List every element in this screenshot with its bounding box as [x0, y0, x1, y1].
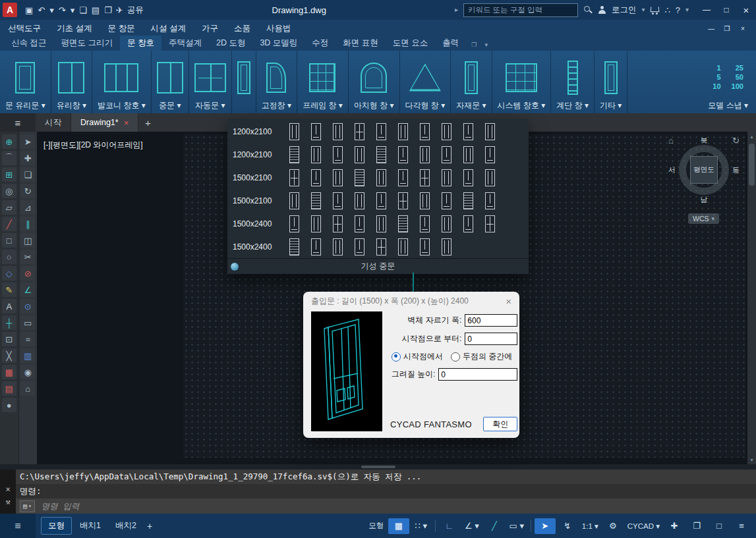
ribbon-panel-button[interactable]: 문 유리문 ▾: [0, 51, 51, 113]
spline-tool-icon[interactable]: ≈: [20, 332, 35, 346]
door-thumbnail[interactable]: [311, 192, 321, 209]
mirror-tool-icon[interactable]: ◫: [20, 233, 35, 248]
minimize-button[interactable]: —: [697, 0, 716, 20]
radio-start-point-label[interactable]: 시작점에서: [403, 351, 443, 362]
hatch-tool-icon[interactable]: ▦: [2, 365, 16, 379]
door-thumbnail[interactable]: [420, 123, 430, 140]
radio-start-point[interactable]: [392, 352, 401, 362]
door-thumbnail[interactable]: [333, 238, 343, 256]
viewport-controls[interactable]: [-][평면도][2D 와이어프레임]: [44, 140, 143, 151]
door-thumbnail[interactable]: [442, 169, 451, 186]
model-snap-value[interactable]: 10: [712, 82, 720, 90]
door-thumbnail[interactable]: [376, 123, 386, 140]
radio-midpoint[interactable]: [451, 352, 460, 362]
ribbon-panel-button[interactable]: 중문 ▾: [152, 51, 189, 113]
login-caret-icon[interactable]: ▾: [641, 7, 645, 13]
statusbar-hamburger[interactable]: ≡: [0, 514, 36, 538]
door-thumbnail[interactable]: [355, 123, 364, 140]
scroll-up-icon[interactable]: ▴: [750, 132, 753, 141]
radio-midpoint-label[interactable]: 두점의 중간에: [463, 351, 512, 362]
menu-item[interactable]: 소품: [234, 23, 250, 34]
ribbon-panel-button[interactable]: 자재문 ▾: [451, 51, 492, 113]
workspace-switcher[interactable]: CYCAD ▾: [625, 518, 662, 534]
from-start-input[interactable]: [465, 333, 517, 345]
new-drawing-icon[interactable]: ❏: [79, 6, 87, 14]
door-thumbnail[interactable]: [355, 238, 364, 256]
tab-drawing1[interactable]: Drawing1* ×: [71, 113, 138, 132]
polygon-tool-icon[interactable]: ▱: [2, 200, 16, 215]
layout-tab[interactable]: 모형: [41, 517, 72, 535]
sketch-tool-icon[interactable]: ✎: [2, 282, 16, 297]
door-thumbnail[interactable]: [311, 146, 321, 163]
add-status-icon[interactable]: ✚: [664, 518, 685, 534]
door-thumbnail[interactable]: [398, 169, 408, 186]
doc-minimize-button[interactable]: —: [703, 20, 719, 37]
command-input[interactable]: [40, 500, 756, 512]
osnap-settings-icon[interactable]: ⊕: [2, 134, 16, 149]
door-thumbnail[interactable]: [333, 192, 343, 209]
door-thumbnail[interactable]: [289, 192, 299, 209]
file-menu-hamburger[interactable]: ≡: [0, 113, 36, 132]
scroll-down-icon[interactable]: ▾: [750, 455, 753, 464]
door-thumbnail[interactable]: [485, 215, 495, 232]
cart-icon[interactable]: [650, 6, 659, 14]
wcs-dropdown[interactable]: WCS ▾: [688, 213, 719, 224]
menu-item[interactable]: 사용법: [266, 23, 291, 34]
doc-restore-button[interactable]: ❐: [719, 20, 735, 37]
arc-tool-icon[interactable]: ⌒: [2, 151, 16, 165]
door-thumbnail[interactable]: [485, 146, 495, 163]
zoom-tool-icon[interactable]: ◉: [20, 365, 35, 379]
door-thumbnail[interactable]: [463, 215, 473, 232]
undo-caret-icon[interactable]: ▾: [49, 6, 54, 14]
clean-screen-toggle[interactable]: □: [709, 518, 730, 534]
door-thumbnail[interactable]: [463, 123, 473, 140]
ribbon-tab[interactable]: 도면 요소: [386, 36, 435, 51]
ribbon-tab[interactable]: 3D 모델링: [252, 36, 305, 51]
open-icon[interactable]: ▤: [92, 6, 100, 14]
view-cube[interactable]: ⌂ ↻ 북 서 평면도 동 남: [664, 136, 743, 204]
door-thumbnail[interactable]: [485, 169, 495, 186]
status-menu-icon[interactable]: ≡: [731, 518, 752, 534]
door-thumbnail[interactable]: [289, 123, 299, 140]
scale-tool-icon[interactable]: ⊿: [20, 200, 35, 215]
door-thumbnail[interactable]: [289, 238, 299, 256]
gallery-grip-icon[interactable]: [231, 263, 239, 271]
door-thumbnail[interactable]: [355, 169, 364, 186]
app-logo[interactable]: A: [3, 3, 17, 17]
door-thumbnail[interactable]: [420, 215, 430, 232]
door-thumbnail[interactable]: [398, 238, 408, 256]
door-thumbnail[interactable]: [442, 192, 451, 209]
tab-close-icon[interactable]: ×: [124, 118, 129, 128]
viewcube-ring[interactable]: 평면도: [679, 145, 729, 195]
door-thumbnail[interactable]: [398, 215, 408, 232]
redo-icon[interactable]: ↷: [59, 6, 66, 14]
orbit-icon[interactable]: ↻: [732, 136, 740, 146]
help-icon[interactable]: ?: [676, 6, 680, 14]
ribbon-panel-button[interactable]: 아치형 창 ▾: [349, 51, 400, 113]
door-thumbnail[interactable]: [333, 215, 343, 232]
door-thumbnail[interactable]: [420, 192, 430, 209]
ribbon-tab[interactable]: 출력: [435, 36, 466, 51]
model-snap-value[interactable]: 50: [732, 73, 743, 81]
door-thumbnail[interactable]: [289, 215, 299, 232]
door-thumbnail[interactable]: [398, 146, 408, 163]
door-thumbnail[interactable]: [442, 238, 451, 256]
door-thumbnail[interactable]: [420, 146, 430, 163]
door-thumbnail[interactable]: [311, 215, 321, 232]
ribbon-panel-button[interactable]: [232, 51, 256, 113]
ortho-toggle[interactable]: ∟: [439, 518, 460, 534]
wall-cut-width-input[interactable]: [465, 314, 517, 327]
table-tool-icon[interactable]: ⊞: [2, 167, 16, 182]
select-tool-icon[interactable]: ➤: [20, 134, 35, 149]
donut-tool-icon[interactable]: ◎: [2, 184, 16, 198]
door-thumbnail[interactable]: [289, 169, 299, 186]
door-thumbnail[interactable]: [485, 123, 495, 140]
line-tool-icon[interactable]: ╱: [2, 217, 16, 231]
ribbon-panel-button[interactable]: 발코니 창호 ▾: [92, 51, 152, 113]
ribbon-collapse-caret-icon[interactable]: ▾: [484, 42, 488, 48]
redo-caret-icon[interactable]: ▾: [71, 6, 75, 14]
grid-display-toggle[interactable]: ▦: [388, 518, 409, 534]
help-caret-icon[interactable]: ▾: [685, 7, 689, 13]
door-thumbnail[interactable]: [398, 123, 408, 140]
ribbon-panel-button[interactable]: 자동문 ▾: [189, 51, 232, 113]
